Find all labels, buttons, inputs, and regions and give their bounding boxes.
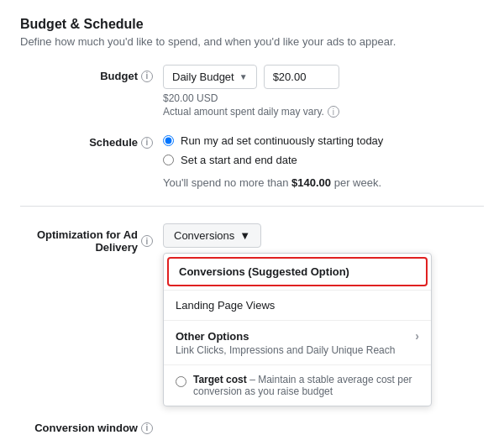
schedule-radio1[interactable] xyxy=(163,135,174,146)
schedule-row: Schedule i Run my ad set continuously st… xyxy=(20,131,484,189)
conversion-window-label: Conversion window i xyxy=(20,417,163,434)
dropdown-item-landing-page[interactable]: Landing Page Views xyxy=(164,290,431,321)
schedule-info-icon[interactable]: i xyxy=(141,137,153,149)
budget-inputs: Daily Budget ▼ xyxy=(163,65,484,89)
optimization-dropdown-btn[interactable]: Conversions ▼ xyxy=(163,223,261,248)
budget-actual-note: Actual amount spent daily may vary. i xyxy=(163,106,484,118)
optimization-dropdown-menu: Conversions (Suggested Option) Landing P… xyxy=(163,253,484,406)
conversion-window-info-icon[interactable]: i xyxy=(141,422,153,434)
target-cost-option[interactable]: Target cost – Maintain a stable average … xyxy=(164,364,431,406)
optimization-row: Optimization for Ad Delivery i Conversio… xyxy=(20,223,484,406)
budget-label: Budget i xyxy=(20,65,163,82)
conversion-window-row: Conversion window i xyxy=(20,417,484,434)
section-subtitle: Define how much you'd like to spend, and… xyxy=(20,35,484,48)
budget-dropdown-arrow: ▼ xyxy=(239,72,248,81)
dropdown-item-other-options[interactable]: Other Options › Link Clicks, Impressions… xyxy=(164,321,431,364)
actual-note-info-icon[interactable]: i xyxy=(328,106,339,118)
dropdown-menu-box: Conversions (Suggested Option) Landing P… xyxy=(163,253,432,406)
optimization-section: Optimization for Ad Delivery i Conversio… xyxy=(20,223,484,435)
spend-note: You'll spend no more than $140.00 per we… xyxy=(163,176,484,189)
target-cost-dash: – xyxy=(249,374,258,385)
budget-type-dropdown[interactable]: Daily Budget ▼ xyxy=(163,65,257,89)
optimization-dropdown-arrow: ▼ xyxy=(239,229,250,242)
section-divider xyxy=(20,206,484,207)
budget-row: Budget i Daily Budget ▼ $20.00 USD Actua… xyxy=(20,65,484,118)
page-container: Budget & Schedule Define how much you'd … xyxy=(0,0,504,435)
schedule-radio2[interactable] xyxy=(163,155,174,165)
budget-usd-note: $20.00 USD xyxy=(163,92,484,104)
optimization-label: Optimization for Ad Delivery i xyxy=(20,223,163,254)
section-title: Budget & Schedule xyxy=(20,17,484,32)
budget-content: Daily Budget ▼ $20.00 USD Actual amount … xyxy=(163,65,484,118)
budget-info-icon[interactable]: i xyxy=(141,71,153,82)
schedule-radio-group: Run my ad set continuously starting toda… xyxy=(163,131,484,166)
optimization-info-icon[interactable]: i xyxy=(141,235,153,247)
schedule-content: Run my ad set continuously starting toda… xyxy=(163,131,484,189)
target-cost-radio[interactable] xyxy=(176,376,186,387)
budget-amount-input[interactable] xyxy=(264,65,339,89)
schedule-option2[interactable]: Set a start and end date xyxy=(163,154,484,166)
schedule-label: Schedule i xyxy=(20,131,163,149)
schedule-option1[interactable]: Run my ad set continuously starting toda… xyxy=(163,134,484,147)
dropdown-item-conversions[interactable]: Conversions (Suggested Option) xyxy=(167,257,428,286)
optimization-content: Conversions ▼ Conversions (Suggested Opt… xyxy=(163,223,484,406)
other-options-arrow: › xyxy=(415,329,419,343)
